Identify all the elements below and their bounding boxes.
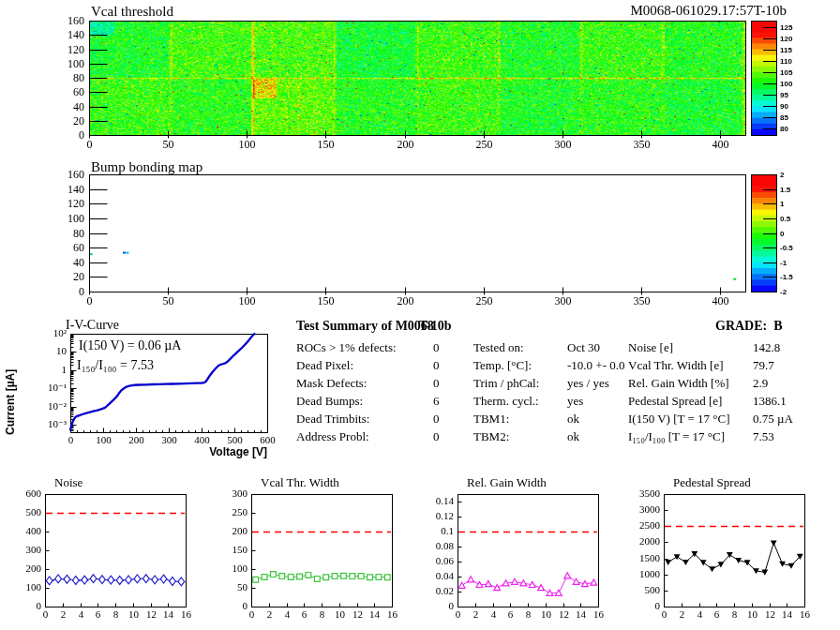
result-label: Vcal Thr. Width [e]	[628, 358, 724, 373]
noise-plot-canvas	[0, 473, 210, 630]
vcal-threshold-section: Vcal threshold M0068-061029.17:57T-10b	[0, 0, 840, 156]
info-value: Oct 30	[567, 340, 600, 355]
vcal-thr-width-plot-canvas	[210, 473, 420, 630]
info-label: Therm. cycl.:	[473, 394, 539, 409]
rel-gain-width-plot-section: Rel. Gain Width	[420, 473, 630, 630]
bump-bonding-section: Bump bonding map	[0, 158, 840, 315]
result-value: 142.8	[753, 340, 780, 355]
bump-bonding-title: Bump bonding map	[91, 159, 202, 175]
grade-value: B	[773, 319, 782, 333]
bump-bonding-canvas	[0, 158, 840, 315]
vcal-threshold-title: Vcal threshold	[91, 4, 173, 20]
result-label: Noise [e]	[628, 340, 673, 355]
defect-value: 0	[433, 340, 440, 355]
info-value: yes	[567, 394, 583, 409]
info-value: yes / yes	[567, 376, 609, 391]
vcal-threshold-canvas	[0, 0, 840, 156]
defect-label: Dead Pixel:	[296, 358, 353, 373]
defect-label: ROCs > 1% defects:	[296, 340, 397, 355]
pedestal-spread-plot-title: Pedestal Spread	[673, 476, 751, 489]
module-test-report-page: { "summary": { "heading": "Test Summary …	[0, 0, 840, 630]
result-label: Pedestal Spread [e]	[628, 394, 722, 409]
result-value: 79.7	[753, 358, 774, 373]
noise-plot-title: Noise	[54, 476, 82, 489]
info-label: Trim / phCal:	[473, 376, 539, 391]
summary-row: Address Probl:0TBM2:okI₁₅₀/I₁₀₀ [T = 17 …	[296, 429, 835, 447]
defect-label: Dead Trimbits:	[296, 412, 369, 427]
defect-value: 6	[433, 394, 440, 409]
summary-row: Mask Defects:0Trim / phCal:yes / yesRel.…	[296, 376, 835, 394]
defect-value: 0	[433, 358, 440, 373]
result-value: 1386.1	[753, 394, 787, 409]
result-label: I₁₅₀/I₁₀₀ [T = 17 °C]	[628, 429, 725, 444]
defect-value: 0	[433, 429, 440, 444]
info-value: ok	[567, 412, 579, 427]
info-value: ok	[567, 429, 579, 444]
vcal-thr-width-plot-title: Vcal Thr. Width	[261, 476, 339, 489]
defect-label: Address Probl:	[296, 429, 369, 444]
summary-row: Dead Bumps:6Therm. cycl.:yesPedestal Spr…	[296, 394, 835, 412]
info-label: TBM2:	[473, 429, 509, 444]
summary-row: Dead Pixel:0Temp. [°C]:-10.0 +- 0.0Vcal …	[296, 358, 835, 376]
test-summary-section: Test Summary of M0068 T-10b GRADE: B ROC…	[0, 317, 840, 467]
summary-heading: Test Summary of M0068	[296, 319, 434, 333]
pedestal-spread-plot-section: Pedestal Spread	[630, 473, 840, 630]
info-value: -10.0 +- 0.0	[567, 358, 625, 373]
summary-row: Dead Trimbits:0TBM1:okI(150 V) [T = 17 °…	[296, 412, 835, 429]
grade-badge: GRADE: B	[715, 319, 783, 333]
rel-gain-width-plot-canvas	[420, 473, 630, 630]
summary-module-type: T-10b	[419, 319, 452, 333]
result-label: Rel. Gain Width [%]	[628, 376, 729, 391]
defect-label: Mask Defects:	[296, 376, 367, 391]
defect-value: 0	[433, 412, 440, 427]
pedestal-spread-plot-canvas	[630, 473, 840, 630]
noise-plot-section: Noise	[0, 473, 210, 630]
rel-gain-width-plot-title: Rel. Gain Width	[467, 476, 547, 489]
result-value: 0.75 µA	[753, 412, 793, 427]
info-label: Tested on:	[473, 340, 524, 355]
summary-row: ROCs > 1% defects:0Tested on:Oct 30Noise…	[296, 340, 835, 358]
module-id-title: M0068-061029.17:57T-10b	[630, 3, 787, 19]
defect-value: 0	[433, 376, 440, 391]
info-label: Temp. [°C]:	[473, 358, 532, 373]
result-label: I(150 V) [T = 17 °C]	[628, 412, 729, 427]
result-value: 2.9	[753, 376, 768, 391]
grade-label: GRADE:	[715, 319, 767, 333]
vcal-thr-width-plot-section: Vcal Thr. Width	[210, 473, 420, 630]
defect-label: Dead Bumps:	[296, 394, 363, 409]
info-label: TBM1:	[473, 412, 509, 427]
result-value: 7.53	[753, 429, 774, 444]
